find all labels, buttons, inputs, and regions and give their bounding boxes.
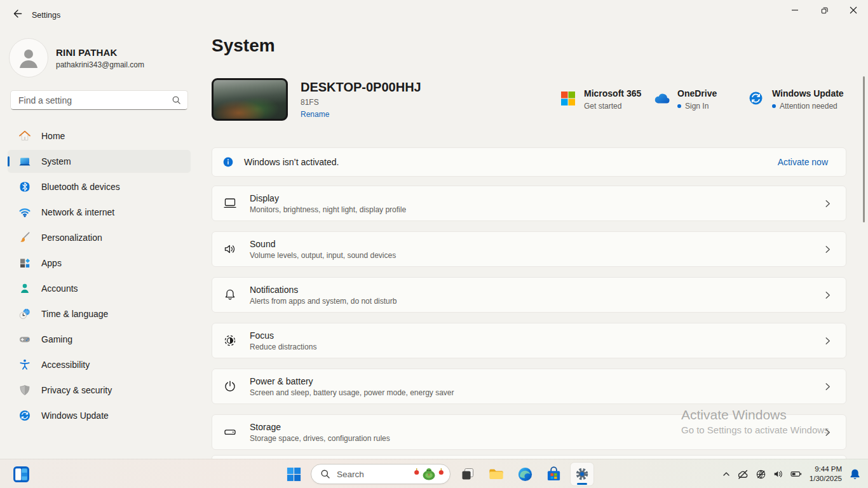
battery-tray-button[interactable] (787, 463, 806, 485)
widgets-icon (13, 466, 30, 483)
rename-link[interactable]: Rename (301, 110, 329, 119)
task-view-icon (460, 466, 475, 482)
clock[interactable]: 9:44 PM 1/30/2025 (806, 464, 846, 484)
microsoft-store-icon (546, 466, 562, 482)
chevron-up-icon (722, 470, 731, 478)
sidebar-item-time-language[interactable]: Time & language (8, 302, 191, 325)
onedrive-offline-icon (737, 469, 749, 480)
search-icon (320, 469, 330, 479)
restore-button[interactable] (810, 0, 839, 20)
minimize-button[interactable] (780, 0, 810, 20)
sidebar-item-gaming[interactable]: Gaming (8, 328, 191, 351)
card-power-battery[interactable]: Power & battery Screen and sleep, batter… (212, 369, 846, 404)
scrollbar-thumb[interactable] (863, 76, 865, 222)
display-icon (221, 194, 239, 212)
sidebar-item-home[interactable]: Home (8, 125, 191, 147)
close-button[interactable] (839, 0, 868, 20)
sidebar-item-personalization[interactable]: Personalization (8, 226, 191, 249)
restore-icon (820, 6, 829, 15)
hidden-icons-button[interactable] (719, 463, 734, 485)
quicklink-microsoft-365[interactable]: Microsoft 365 Get started (560, 88, 641, 111)
settings-app-button[interactable] (571, 463, 593, 485)
card-display[interactable]: Display Monitors, brightness, night ligh… (212, 186, 846, 221)
edge-button[interactable] (513, 463, 536, 485)
profile-email: pathakrini343@gmail.com (56, 60, 144, 69)
chevron-right-icon (824, 428, 832, 437)
onedrive-tray-button[interactable] (734, 463, 752, 485)
sidebar-item-accessibility[interactable]: Accessibility (8, 353, 191, 376)
status-dot (677, 104, 681, 108)
windows-update-icon (748, 90, 764, 107)
shield-icon (18, 384, 31, 396)
sidebar-item-apps[interactable]: Apps (8, 252, 191, 274)
device-name: DESKTOP-0P00HHJ (301, 80, 421, 95)
file-explorer-icon (488, 466, 505, 482)
speaker-icon (773, 469, 783, 479)
chevron-right-icon (824, 245, 832, 254)
microsoft-store-button[interactable] (542, 463, 565, 485)
device-model: 81FS (301, 98, 421, 107)
titlebar: Settings (0, 0, 868, 28)
notifications-button[interactable] (846, 463, 864, 485)
taskbar-search[interactable] (311, 464, 451, 484)
accounts-icon (18, 282, 31, 295)
focus-icon (221, 332, 239, 349)
search-icon (172, 95, 181, 105)
settings-search-input[interactable] (11, 91, 172, 109)
taskbar-search-input[interactable] (337, 470, 414, 479)
task-view-button[interactable] (456, 463, 479, 485)
no-internet-globe-icon (756, 469, 766, 480)
card-notifications[interactable]: Notifications Alerts from apps and syste… (212, 277, 846, 313)
chevron-right-icon (824, 291, 832, 299)
sidebar-item-accounts[interactable]: Accounts (8, 277, 191, 300)
account-profile[interactable]: RINI PATHAK pathakrini343@gmail.com (9, 38, 144, 78)
chevron-right-icon (824, 337, 832, 345)
settings-gear-icon (574, 466, 590, 482)
apps-icon (18, 257, 31, 269)
search-highlight-snake-icon (414, 466, 444, 482)
windows-start-icon (286, 466, 302, 482)
card-focus[interactable]: Focus Reduce distractions (212, 323, 846, 358)
file-explorer-button[interactable] (485, 463, 508, 485)
onedrive-icon (653, 90, 670, 107)
wifi-icon (18, 206, 31, 219)
widgets-button[interactable] (10, 463, 32, 485)
battery-icon (790, 469, 803, 479)
sidebar-item-bluetooth-devices[interactable]: Bluetooth & devices (8, 175, 191, 198)
clock-globe-icon (18, 308, 31, 320)
sidebar-item-privacy-security[interactable]: Privacy & security (8, 379, 191, 402)
windows-update-icon (18, 409, 31, 422)
sidebar-item-windows-update[interactable]: Windows Update (8, 404, 191, 427)
clock-time: 9:44 PM (810, 464, 842, 474)
quicklink-onedrive[interactable]: OneDrive Sign In (653, 88, 717, 111)
chevron-right-icon (824, 383, 832, 391)
start-button[interactable] (282, 463, 305, 485)
back-arrow-icon (12, 8, 23, 22)
card-sound[interactable]: Sound Volume levels, output, input, soun… (212, 231, 846, 267)
person-icon (16, 45, 41, 71)
avatar (9, 38, 48, 78)
activation-banner: Windows isn’t activated. Activate now (212, 147, 846, 177)
sidebar-item-network-internet[interactable]: Network & internet (8, 201, 191, 224)
chevron-right-icon (824, 200, 832, 208)
home-icon (18, 130, 31, 142)
storage-icon (221, 423, 239, 441)
back-button[interactable] (6, 5, 28, 24)
window-title: Settings (32, 11, 60, 20)
volume-tray-button[interactable] (770, 463, 787, 485)
bell-icon (221, 286, 239, 304)
power-icon (221, 377, 239, 395)
status-dot (772, 104, 776, 108)
network-tray-button[interactable] (752, 463, 770, 485)
device-thumbnail (212, 78, 288, 121)
activate-now-link[interactable]: Activate now (778, 157, 828, 167)
settings-window: Settings RINI PATHAK pathakrini343@gmail… (0, 0, 868, 459)
sidebar-item-system[interactable]: System (8, 150, 191, 173)
edge-icon (517, 466, 533, 482)
brush-icon (18, 231, 31, 244)
minimize-icon (791, 6, 799, 14)
quicklink-windows-update[interactable]: Windows Update Attention needed (748, 88, 844, 111)
info-icon (222, 156, 234, 168)
card-storage[interactable]: Storage Storage space, drives, configura… (212, 414, 846, 450)
gamepad-icon (18, 333, 31, 346)
